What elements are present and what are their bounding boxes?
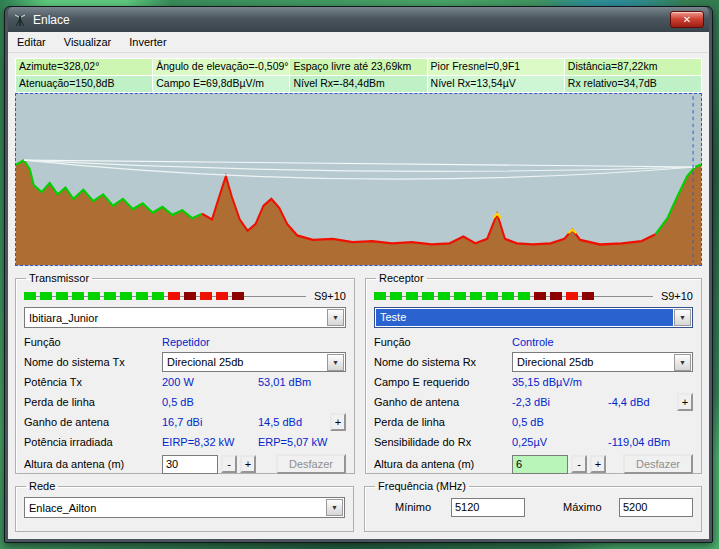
network-selected: Enlace_Ailton bbox=[25, 502, 325, 514]
network-group: Rede Enlace_Ailton ▼ bbox=[15, 480, 354, 532]
rx-sens-label: Sensibilidade do Rx bbox=[374, 436, 512, 448]
rx-campo-value: 35,15 dBµV/m bbox=[512, 376, 608, 388]
freq-max-input[interactable] bbox=[619, 498, 693, 517]
chevron-down-icon[interactable]: ▼ bbox=[674, 309, 691, 326]
tx-potencia-watts: 200 W bbox=[162, 376, 258, 388]
window-title: Enlace bbox=[33, 13, 70, 27]
info-elevacao: Ângulo de elevação=-0,509° bbox=[153, 59, 289, 75]
receiver-group: Receptor S9+10 Teste ▼ Função Controle N… bbox=[365, 272, 702, 474]
enlace-window: Enlace ✕ Editar Visualizar Inverter Azim… bbox=[4, 6, 713, 543]
tx-signal-level-label: S9+10 bbox=[314, 290, 346, 302]
tx-undo-button[interactable]: Desfazer bbox=[276, 454, 346, 474]
tx-sistema-label: Nome do sistema Tx bbox=[24, 356, 162, 368]
menu-item-visualizar[interactable]: Visualizar bbox=[55, 33, 121, 51]
rx-signal-meter-row: S9+10 bbox=[374, 288, 693, 303]
tx-ganho-plus-button[interactable]: + bbox=[330, 413, 346, 431]
tx-altura-label: Altura da antena (m) bbox=[24, 458, 162, 470]
chevron-down-icon[interactable]: ▼ bbox=[674, 354, 691, 371]
rx-perda-label: Perda de linha bbox=[374, 416, 512, 428]
rx-ganho-dbd: -4,4 dBd bbox=[608, 396, 650, 408]
rx-funcao-value: Controle bbox=[512, 336, 608, 348]
tx-signal-meter-row: S9+10 bbox=[24, 288, 346, 303]
tx-signal-meter bbox=[24, 291, 306, 301]
tx-ganho-dbd: 14,5 dBd bbox=[258, 416, 302, 428]
rx-undo-button[interactable]: Desfazer bbox=[623, 454, 693, 474]
frequency-group: Frequência (MHz) Mínimo Máximo bbox=[364, 480, 702, 532]
tx-antenna-height-input[interactable] bbox=[162, 455, 218, 474]
antenna-app-icon bbox=[13, 13, 27, 27]
rx-campo-label: Campo E requerido bbox=[374, 376, 512, 388]
tx-ganho-label: Ganho de antena bbox=[24, 416, 162, 428]
tx-unit-selected: Ibitiara_Junior bbox=[25, 312, 326, 324]
close-icon: ✕ bbox=[683, 14, 691, 25]
tx-perda-label: Perda de linha bbox=[24, 396, 162, 408]
tx-altura-minus-button[interactable]: - bbox=[221, 455, 237, 473]
receiver-group-title: Receptor bbox=[376, 272, 427, 284]
tx-funcao-label: Função bbox=[24, 336, 162, 348]
tx-sistema-combobox[interactable]: Direcional 25db ▼ bbox=[162, 352, 346, 372]
title-bar[interactable]: Enlace ✕ bbox=[8, 7, 709, 32]
tx-irradiada-label: Potência irradiada bbox=[24, 436, 162, 448]
menu-bar: Editar Visualizar Inverter bbox=[8, 32, 709, 53]
rx-sistema-label: Nome do sistema Rx bbox=[374, 356, 512, 368]
frequency-group-title: Frequência (MHz) bbox=[375, 480, 469, 492]
info-atenuacao: Atenuação=150,8dB bbox=[16, 76, 152, 92]
tx-erp-value: ERP=5,07 kW bbox=[258, 436, 327, 448]
terrain-profile-chart bbox=[15, 93, 702, 266]
rx-ganho-dbi: -2,3 dBi bbox=[512, 396, 608, 408]
rx-sistema-selected: Direcional 25db bbox=[513, 356, 673, 368]
info-azimute: Azimute=328,02° bbox=[16, 59, 152, 75]
rx-altura-label: Altura da antena (m) bbox=[374, 458, 512, 470]
freq-min-label: Mínimo bbox=[395, 501, 451, 513]
rx-unit-selected: Teste bbox=[376, 309, 673, 326]
tx-perda-value: 0,5 dB bbox=[162, 396, 258, 408]
rx-signal-level-label: S9+10 bbox=[661, 290, 693, 302]
rx-antenna-height-input[interactable] bbox=[512, 455, 568, 474]
rx-funcao-label: Função bbox=[374, 336, 512, 348]
tx-unit-combobox[interactable]: Ibitiara_Junior ▼ bbox=[24, 307, 346, 328]
info-distancia: Distância=87,22km bbox=[565, 59, 701, 75]
close-button[interactable]: ✕ bbox=[670, 11, 704, 28]
tx-ganho-dbi: 16,7 dBi bbox=[162, 416, 258, 428]
rx-sens-uv: 0,25µV bbox=[512, 436, 608, 448]
tx-altura-plus-button[interactable]: + bbox=[240, 455, 256, 473]
chevron-down-icon[interactable]: ▼ bbox=[327, 354, 344, 371]
tx-potencia-label: Potência Tx bbox=[24, 376, 162, 388]
rx-altura-minus-button[interactable]: - bbox=[571, 455, 587, 473]
network-combobox[interactable]: Enlace_Ailton ▼ bbox=[24, 497, 345, 518]
rx-unit-combobox[interactable]: Teste ▼ bbox=[374, 307, 693, 328]
transmitter-group: Transmissor S9+10 Ibitiara_Junior ▼ Funç… bbox=[15, 272, 355, 474]
freq-max-label: Máximo bbox=[563, 501, 619, 513]
info-nivel-rx-uv: Nível Rx=13,54µV bbox=[428, 76, 564, 92]
rx-sens-dbm: -119,04 dBm bbox=[608, 436, 670, 448]
rx-altura-plus-button[interactable]: + bbox=[590, 455, 606, 473]
transmitter-group-title: Transmissor bbox=[26, 272, 92, 284]
rx-sistema-combobox[interactable]: Direcional 25db ▼ bbox=[512, 352, 693, 372]
terrain-profile-svg bbox=[16, 94, 701, 265]
info-row-1: Azimute=328,02° Ângulo de elevação=-0,50… bbox=[16, 59, 701, 75]
client-area: Azimute=328,02° Ângulo de elevação=-0,50… bbox=[8, 53, 709, 539]
menu-item-editar[interactable]: Editar bbox=[8, 33, 55, 51]
info-rx-relativo: Rx relativo=34,7dB bbox=[565, 76, 701, 92]
info-nivel-rx-dbm: Nível Rx=-84,4dBm bbox=[290, 76, 426, 92]
rx-signal-meter bbox=[374, 291, 653, 301]
rx-ganho-plus-button[interactable]: + bbox=[677, 393, 693, 411]
link-info-panel: Azimute=328,02° Ângulo de elevação=-0,50… bbox=[15, 58, 702, 93]
frequency-row: Mínimo Máximo bbox=[373, 494, 693, 520]
info-row-2: Atenuação=150,8dB Campo E=69,8dBµV/m Nív… bbox=[16, 76, 701, 92]
rx-perda-value: 0,5 dB bbox=[512, 416, 608, 428]
freq-min-input[interactable] bbox=[451, 498, 525, 517]
chevron-down-icon[interactable]: ▼ bbox=[326, 499, 343, 516]
rx-ganho-label: Ganho de antena bbox=[374, 396, 512, 408]
tx-potencia-dbm: 53,01 dBm bbox=[258, 376, 311, 388]
info-fresnel: Pior Fresnel=0,9F1 bbox=[428, 59, 564, 75]
info-campo-e: Campo E=69,8dBµV/m bbox=[153, 76, 289, 92]
tx-funcao-value: Repetidor bbox=[162, 336, 258, 348]
tx-eirp-value: EIRP=8,32 kW bbox=[162, 436, 258, 448]
tx-sistema-selected: Direcional 25db bbox=[163, 356, 326, 368]
info-espaco-livre: Espaço livre até 23,69km bbox=[290, 59, 426, 75]
network-group-title: Rede bbox=[26, 480, 58, 492]
chevron-down-icon[interactable]: ▼ bbox=[327, 309, 344, 326]
menu-item-inverter[interactable]: Inverter bbox=[120, 33, 175, 51]
